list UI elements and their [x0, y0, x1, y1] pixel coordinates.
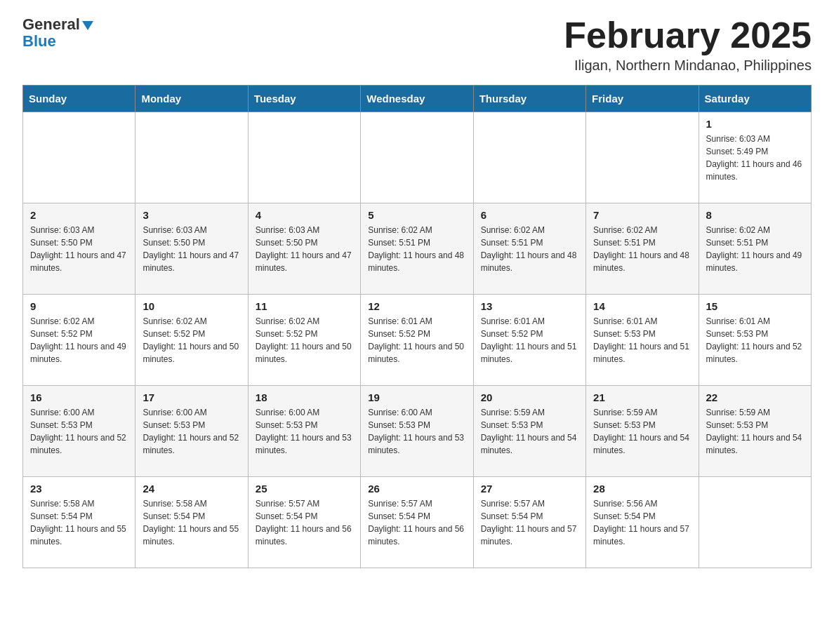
calendar-week-row: 23Sunrise: 5:58 AMSunset: 5:54 PMDayligh… — [23, 477, 812, 568]
day-number: 28 — [593, 483, 691, 495]
day-number: 1 — [706, 118, 804, 130]
day-info: Sunrise: 6:02 AMSunset: 5:51 PMDaylight:… — [706, 224, 804, 274]
day-number: 13 — [481, 300, 578, 312]
day-info: Sunrise: 6:01 AMSunset: 5:53 PMDaylight:… — [593, 315, 691, 365]
day-info: Sunrise: 6:03 AMSunset: 5:50 PMDaylight:… — [143, 224, 240, 274]
day-number: 4 — [256, 209, 353, 221]
calendar-day-cell: 11Sunrise: 6:02 AMSunset: 5:52 PMDayligh… — [248, 295, 360, 386]
day-info: Sunrise: 5:59 AMSunset: 5:53 PMDaylight:… — [481, 406, 578, 457]
calendar-week-row: 9Sunrise: 6:02 AMSunset: 5:52 PMDaylight… — [23, 295, 812, 386]
calendar-day-cell: 24Sunrise: 5:58 AMSunset: 5:54 PMDayligh… — [135, 477, 248, 568]
col-friday: Friday — [586, 86, 699, 112]
calendar-day-cell: 27Sunrise: 5:57 AMSunset: 5:54 PMDayligh… — [473, 477, 585, 568]
calendar-day-cell — [586, 112, 699, 203]
day-info: Sunrise: 5:59 AMSunset: 5:53 PMDaylight:… — [706, 406, 804, 457]
location-subtitle: Iligan, Northern Mindanao, Philippines — [564, 58, 812, 74]
day-info: Sunrise: 6:03 AMSunset: 5:50 PMDaylight:… — [256, 224, 353, 274]
logo-triangle-icon — [82, 21, 93, 30]
calendar-week-row: 2Sunrise: 6:03 AMSunset: 5:50 PMDaylight… — [23, 203, 812, 295]
calendar-header-row: Sunday Monday Tuesday Wednesday Thursday… — [23, 86, 812, 112]
day-info: Sunrise: 6:03 AMSunset: 5:50 PMDaylight:… — [30, 224, 128, 274]
calendar-day-cell — [361, 112, 473, 203]
day-number: 5 — [368, 209, 465, 221]
col-sunday: Sunday — [23, 86, 135, 112]
calendar-day-cell — [473, 112, 585, 203]
day-number: 9 — [30, 300, 128, 312]
calendar-day-cell: 5Sunrise: 6:02 AMSunset: 5:51 PMDaylight… — [361, 203, 473, 295]
calendar-day-cell: 13Sunrise: 6:01 AMSunset: 5:52 PMDayligh… — [473, 295, 585, 386]
day-number: 14 — [593, 300, 691, 312]
calendar-day-cell: 19Sunrise: 6:00 AMSunset: 5:53 PMDayligh… — [361, 386, 473, 477]
day-number: 3 — [143, 209, 240, 221]
calendar-day-cell: 9Sunrise: 6:02 AMSunset: 5:52 PMDaylight… — [23, 295, 135, 386]
day-info: Sunrise: 5:59 AMSunset: 5:53 PMDaylight:… — [593, 406, 691, 457]
calendar-day-cell: 28Sunrise: 5:56 AMSunset: 5:54 PMDayligh… — [586, 477, 699, 568]
day-info: Sunrise: 6:02 AMSunset: 5:52 PMDaylight:… — [143, 315, 240, 365]
day-number: 23 — [30, 483, 128, 495]
col-wednesday: Wednesday — [361, 86, 473, 112]
title-block: February 2025 Iligan, Northern Mindanao,… — [564, 17, 812, 74]
calendar-day-cell: 12Sunrise: 6:01 AMSunset: 5:52 PMDayligh… — [361, 295, 473, 386]
calendar-day-cell: 23Sunrise: 5:58 AMSunset: 5:54 PMDayligh… — [23, 477, 135, 568]
calendar-table: Sunday Monday Tuesday Wednesday Thursday… — [22, 85, 812, 568]
day-number: 12 — [368, 300, 465, 312]
calendar-day-cell — [135, 112, 248, 203]
day-info: Sunrise: 6:02 AMSunset: 5:51 PMDaylight:… — [593, 224, 691, 274]
calendar-day-cell — [23, 112, 135, 203]
day-info: Sunrise: 6:02 AMSunset: 5:52 PMDaylight:… — [256, 315, 353, 365]
calendar-day-cell: 3Sunrise: 6:03 AMSunset: 5:50 PMDaylight… — [135, 203, 248, 295]
col-thursday: Thursday — [473, 86, 585, 112]
calendar-day-cell: 16Sunrise: 6:00 AMSunset: 5:53 PMDayligh… — [23, 386, 135, 477]
day-number: 17 — [143, 391, 240, 403]
calendar-day-cell: 7Sunrise: 6:02 AMSunset: 5:51 PMDaylight… — [586, 203, 699, 295]
day-info: Sunrise: 6:01 AMSunset: 5:52 PMDaylight:… — [368, 315, 465, 365]
page-header: General Blue February 2025 Iligan, North… — [22, 17, 812, 74]
day-number: 20 — [481, 391, 578, 403]
calendar-day-cell: 14Sunrise: 6:01 AMSunset: 5:53 PMDayligh… — [586, 295, 699, 386]
day-info: Sunrise: 6:02 AMSunset: 5:51 PMDaylight:… — [368, 224, 465, 274]
day-number: 18 — [256, 391, 353, 403]
day-info: Sunrise: 6:00 AMSunset: 5:53 PMDaylight:… — [256, 406, 353, 457]
calendar-day-cell: 17Sunrise: 6:00 AMSunset: 5:53 PMDayligh… — [135, 386, 248, 477]
day-number: 21 — [593, 391, 691, 403]
col-monday: Monday — [135, 86, 248, 112]
calendar-day-cell: 26Sunrise: 5:57 AMSunset: 5:54 PMDayligh… — [361, 477, 473, 568]
day-number: 11 — [256, 300, 353, 312]
logo: General Blue — [22, 17, 93, 51]
calendar-week-row: 16Sunrise: 6:00 AMSunset: 5:53 PMDayligh… — [23, 386, 812, 477]
day-number: 10 — [143, 300, 240, 312]
day-number: 25 — [256, 483, 353, 495]
logo-blue: Blue — [22, 32, 56, 50]
calendar-day-cell — [248, 112, 360, 203]
day-info: Sunrise: 6:00 AMSunset: 5:53 PMDaylight:… — [368, 406, 465, 457]
day-number: 2 — [30, 209, 128, 221]
calendar-day-cell: 2Sunrise: 6:03 AMSunset: 5:50 PMDaylight… — [23, 203, 135, 295]
calendar-day-cell: 10Sunrise: 6:02 AMSunset: 5:52 PMDayligh… — [135, 295, 248, 386]
day-number: 15 — [706, 300, 804, 312]
day-number: 26 — [368, 483, 465, 495]
day-info: Sunrise: 5:57 AMSunset: 5:54 PMDaylight:… — [481, 497, 578, 548]
day-number: 19 — [368, 391, 465, 403]
calendar-day-cell: 21Sunrise: 5:59 AMSunset: 5:53 PMDayligh… — [586, 386, 699, 477]
day-number: 24 — [143, 483, 240, 495]
col-saturday: Saturday — [699, 86, 811, 112]
day-number: 8 — [706, 209, 804, 221]
calendar-day-cell: 4Sunrise: 6:03 AMSunset: 5:50 PMDaylight… — [248, 203, 360, 295]
day-info: Sunrise: 6:03 AMSunset: 5:49 PMDaylight:… — [706, 133, 804, 183]
day-number: 7 — [593, 209, 691, 221]
calendar-week-row: 1Sunrise: 6:03 AMSunset: 5:49 PMDaylight… — [23, 112, 812, 203]
logo-general: General — [22, 17, 80, 32]
day-info: Sunrise: 5:58 AMSunset: 5:54 PMDaylight:… — [30, 497, 128, 548]
calendar-day-cell: 18Sunrise: 6:00 AMSunset: 5:53 PMDayligh… — [248, 386, 360, 477]
day-info: Sunrise: 5:56 AMSunset: 5:54 PMDaylight:… — [593, 497, 691, 548]
calendar-day-cell: 25Sunrise: 5:57 AMSunset: 5:54 PMDayligh… — [248, 477, 360, 568]
day-number: 16 — [30, 391, 128, 403]
day-info: Sunrise: 5:57 AMSunset: 5:54 PMDaylight:… — [368, 497, 465, 548]
day-info: Sunrise: 6:01 AMSunset: 5:53 PMDaylight:… — [706, 315, 804, 365]
day-info: Sunrise: 6:02 AMSunset: 5:51 PMDaylight:… — [481, 224, 578, 274]
calendar-day-cell: 1Sunrise: 6:03 AMSunset: 5:49 PMDaylight… — [699, 112, 811, 203]
calendar-day-cell: 22Sunrise: 5:59 AMSunset: 5:53 PMDayligh… — [699, 386, 811, 477]
day-info: Sunrise: 6:01 AMSunset: 5:52 PMDaylight:… — [481, 315, 578, 365]
calendar-day-cell — [699, 477, 811, 568]
day-number: 22 — [706, 391, 804, 403]
